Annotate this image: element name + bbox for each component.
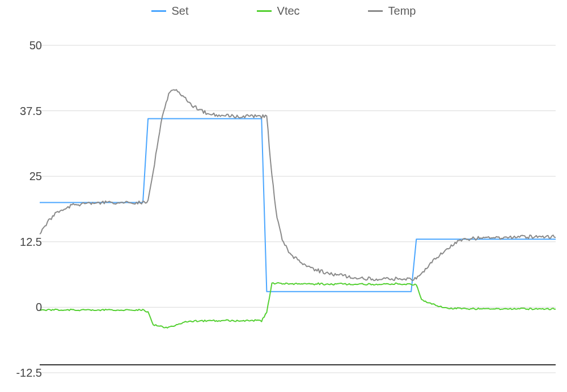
ytick-0: 50 — [8, 39, 42, 52]
series-vtec — [40, 283, 556, 328]
legend-item-vtec[interactable]: Vtec — [257, 5, 300, 18]
series-lines — [40, 34, 556, 374]
legend-item-temp[interactable]: Temp — [368, 5, 416, 18]
legend-label-set: Set — [172, 5, 189, 18]
chart-container: Set Vtec Temp 50 37.5 25 12.5 0 -12.5 — [0, 0, 567, 392]
legend-swatch-vtec — [257, 10, 272, 12]
series-temp — [40, 90, 556, 280]
legend-label-vtec: Vtec — [277, 5, 300, 18]
legend-label-temp: Temp — [388, 5, 416, 18]
legend-item-set[interactable]: Set — [151, 5, 189, 18]
legend-swatch-temp — [368, 10, 383, 12]
ytick-5: -12.5 — [8, 367, 42, 380]
legend: Set Vtec Temp — [0, 5, 567, 18]
plot-area — [40, 34, 556, 374]
ytick-4: 0 — [8, 301, 42, 314]
ytick-2: 25 — [8, 170, 42, 183]
legend-swatch-set — [151, 10, 166, 12]
series-set — [40, 119, 556, 292]
ytick-3: 12.5 — [8, 235, 42, 248]
ytick-1: 37.5 — [8, 104, 42, 117]
